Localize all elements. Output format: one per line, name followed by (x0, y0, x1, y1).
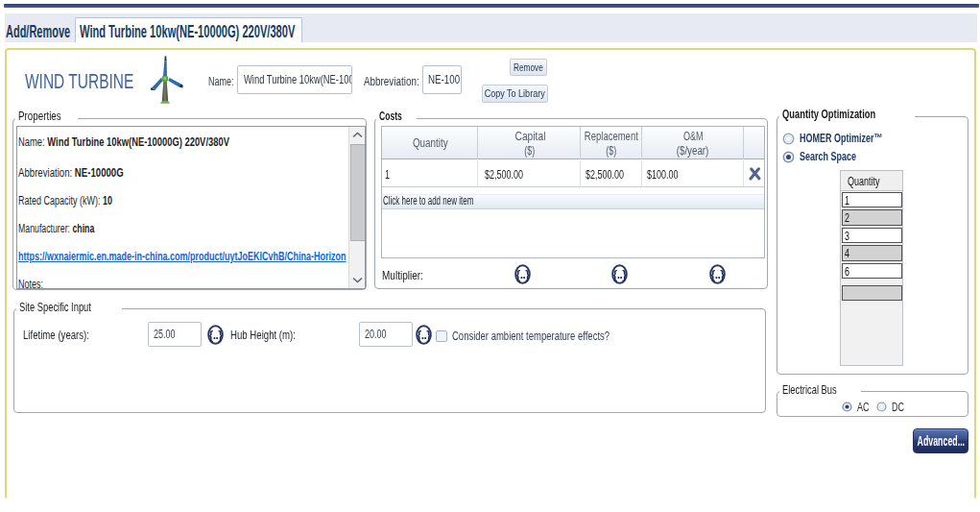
svg-text:{..}: {..} (710, 268, 725, 281)
svg-text:{..}: {..} (417, 328, 431, 341)
svg-text:{..}: {..} (208, 328, 223, 341)
svg-text:{..}: {..} (515, 268, 530, 281)
svg-text:{..}: {..} (612, 268, 627, 281)
